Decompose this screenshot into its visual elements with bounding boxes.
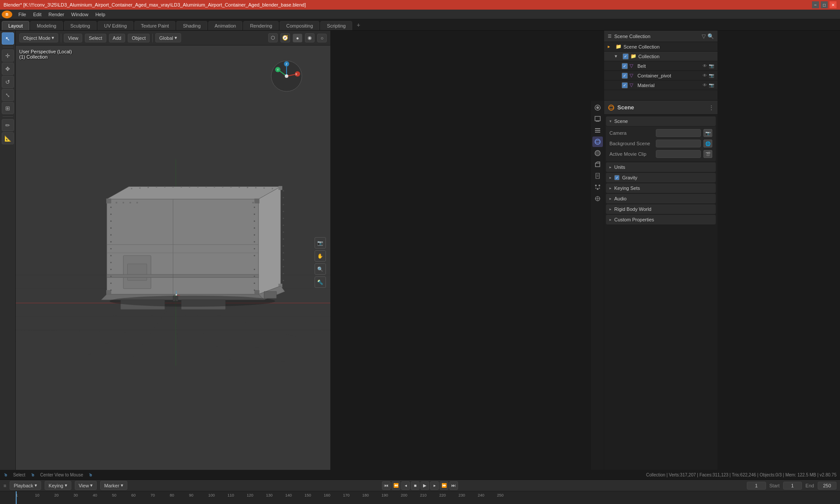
add-menu[interactable]: Add [109, 34, 126, 42]
object-menu[interactable]: Object [128, 34, 150, 42]
section-audio-header[interactable]: ▸ Audio [606, 194, 716, 203]
end-frame-display[interactable]: 250 [818, 482, 836, 490]
props-header-menu-btn[interactable]: ⋮ [709, 105, 714, 111]
keying-dropdown[interactable]: Keying ▾ [45, 481, 71, 490]
section-custom-props-header[interactable]: ▸ Custom Properties [606, 215, 716, 224]
outliner-filter-btn[interactable]: ▽ [702, 33, 706, 39]
tab-scripting[interactable]: Scripting [320, 21, 352, 30]
maximize-button[interactable]: □ [821, 1, 828, 8]
tab-compositing[interactable]: Compositing [280, 21, 319, 30]
tab-shading[interactable]: Shading [176, 21, 207, 30]
tab-animation[interactable]: Animation [208, 21, 243, 30]
prop-view-layer-icon[interactable] [592, 125, 603, 136]
gizmo-btn[interactable]: 🧭 [280, 33, 290, 42]
timeline-menu-icon[interactable]: ≡ [4, 483, 6, 488]
outliner-collection[interactable]: ▾ ✓ 📁 Collection [604, 52, 718, 61]
global-dropdown[interactable]: Global ▾ [155, 33, 181, 42]
next-frame-btn[interactable]: ⏩ [440, 481, 448, 490]
go-end-btn[interactable]: ⏭ [449, 481, 458, 490]
container-obj-icon: ▽ [630, 73, 636, 79]
section-keying-sets: ▸ Keying Sets [606, 183, 716, 193]
section-units: ▸ Units [606, 162, 716, 172]
bg-scene-value[interactable] [656, 140, 701, 147]
svg-point-82 [283, 259, 284, 260]
main-viewport[interactable]: User Perspective (Local) (1) Collection … [16, 46, 330, 480]
tool-transform[interactable]: ⊞ [2, 102, 14, 114]
close-button[interactable]: ✕ [830, 1, 836, 8]
camera-btn[interactable]: 📷 [704, 129, 712, 137]
tool-rotate[interactable]: ↺ [2, 76, 14, 88]
prev-frame-btn[interactable]: ⏪ [392, 481, 400, 490]
prop-physics-icon[interactable] [592, 193, 603, 204]
tool-annotate[interactable]: ✏ [2, 119, 14, 131]
view-grab-btn[interactable]: ✋ [315, 250, 326, 262]
prop-scene-icon[interactable] [592, 136, 603, 147]
tool-cursor[interactable]: ✛ [2, 49, 14, 62]
menu-help[interactable]: Help [92, 11, 109, 18]
tool-scale[interactable]: ⤡ [2, 89, 14, 101]
tool-move[interactable]: ✥ [2, 63, 14, 75]
section-keying-sets-header[interactable]: ▸ Keying Sets [606, 183, 716, 193]
tab-sculpting[interactable]: Sculpting [64, 21, 97, 30]
minimize-button[interactable]: − [812, 1, 819, 8]
current-frame-display[interactable]: 1 [747, 482, 766, 490]
section-units-header[interactable]: ▸ Units [606, 162, 716, 172]
start-frame-display[interactable]: 1 [783, 482, 802, 490]
timeline-ruler[interactable]: 1 10 20 30 40 50 60 70 80 90 100 110 120… [0, 491, 840, 504]
stop-btn[interactable]: ■ [411, 481, 420, 490]
outliner-scene-collection[interactable]: ▸ 📁 Scene Collection [604, 42, 718, 52]
scene-section-arrow: ▾ [609, 119, 612, 123]
menu-window[interactable]: Window [68, 11, 92, 18]
svg-point-63 [254, 228, 255, 229]
tab-texture-paint[interactable]: Texture Paint [134, 21, 175, 30]
tab-layout[interactable]: Layout [2, 21, 29, 30]
playback-dropdown[interactable]: Playback ▾ [10, 481, 41, 490]
section-gravity-header[interactable]: ▸ ✓ Gravity [606, 173, 716, 182]
view-dropdown[interactable]: View ▾ [75, 481, 97, 490]
prop-particles-icon[interactable] [592, 182, 603, 192]
play-btn[interactable]: ▶ [420, 481, 429, 490]
menu-edit[interactable]: Edit [30, 11, 45, 18]
view-search-btn[interactable]: 🔦 [315, 276, 326, 288]
select-menu[interactable]: Select [85, 34, 106, 42]
prop-world-icon[interactable] [592, 148, 603, 158]
view-camera-btn[interactable]: 📷 [315, 237, 326, 248]
section-scene-header[interactable]: ▾ Scene [606, 116, 716, 126]
tab-uv-editing[interactable]: UV Editing [98, 21, 133, 30]
add-workspace-button[interactable]: + [353, 20, 364, 30]
next-keyframe-btn[interactable]: ▸ [430, 481, 439, 490]
object-mode-dropdown[interactable]: Object Mode ▾ [19, 33, 58, 42]
bg-scene-btn[interactable]: 🌐 [704, 140, 712, 147]
camera-value[interactable] [656, 129, 701, 137]
view-menu[interactable]: View [64, 34, 82, 42]
prop-modifier-icon[interactable] [592, 171, 603, 181]
tool-select[interactable]: ↖ [2, 32, 14, 45]
marker-dropdown[interactable]: Marker ▾ [100, 481, 127, 490]
go-start-btn[interactable]: ⏮ [382, 481, 391, 490]
tab-modeling[interactable]: Modeling [30, 21, 63, 30]
menu-file[interactable]: File [15, 11, 30, 18]
outliner-search-btn[interactable]: 🔍 [707, 33, 714, 39]
prop-render-icon[interactable] [592, 102, 603, 113]
tool-measure[interactable]: 📐 [2, 132, 14, 144]
stats-label: Collection | Verts:317,207 | Faces:311,1… [646, 472, 836, 477]
shading-material[interactable]: ◉ [305, 33, 315, 42]
prev-keyframe-btn[interactable]: ◂ [401, 481, 410, 490]
shading-render[interactable]: ○ [317, 34, 327, 42]
menu-render[interactable]: Render [45, 11, 68, 18]
prop-output-icon[interactable] [592, 114, 603, 124]
frame-190: 190 [382, 493, 388, 497]
prop-object-icon[interactable] [592, 159, 603, 170]
movie-clip-value[interactable] [656, 150, 701, 158]
outliner-material[interactable]: ✓ ▽ Material 👁 📷 [604, 80, 718, 90]
outliner-container-pivot[interactable]: ✓ ▽ Container_pivot 👁 📷 [604, 71, 718, 80]
tab-rendering[interactable]: Rendering [243, 21, 279, 30]
section-rigid-body-header[interactable]: ▸ Rigid Body World [606, 204, 716, 214]
section-custom-props: ▸ Custom Properties [606, 215, 716, 224]
outliner-belt[interactable]: ✓ ▽ Belt 👁 📷 [604, 61, 718, 71]
overlay-btn[interactable]: ⬡ [268, 33, 278, 42]
movie-clip-btn[interactable]: 🎬 [704, 150, 712, 158]
view-zoom-btn[interactable]: 🔍 [315, 263, 326, 275]
shading-solid[interactable]: ● [293, 34, 302, 42]
gravity-checkbox[interactable]: ✓ [614, 175, 620, 180]
